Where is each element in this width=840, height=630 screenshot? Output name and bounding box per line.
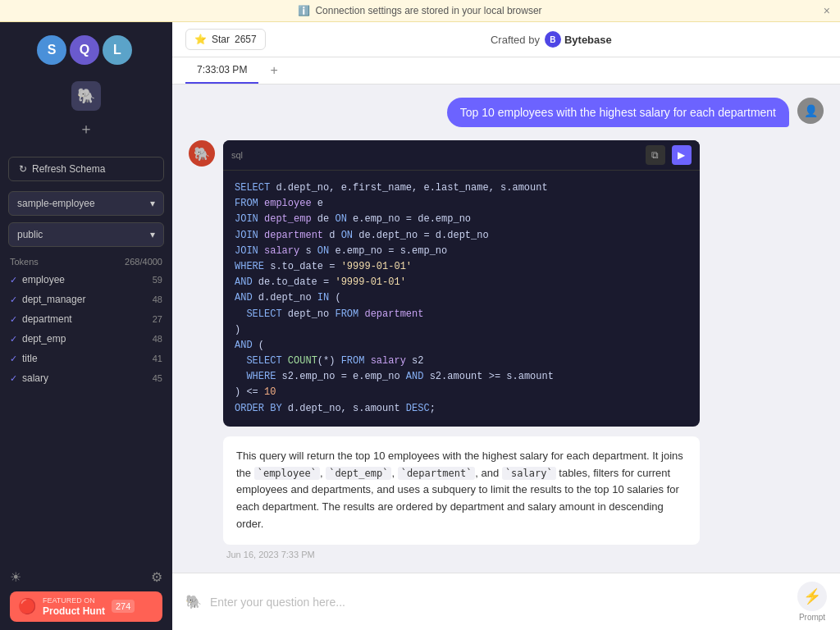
table-name: title [22,353,38,364]
sidebar-main: ↻ Refresh Schema sample-employee ▾ publi… [0,150,172,561]
prompt-icon: ⚡ [797,582,827,611]
product-hunt-featured-label: FEATURED ON [43,596,105,605]
product-hunt-name-label: Product Hunt [43,605,105,617]
run-sql-button[interactable]: ▶ [672,145,692,165]
table-name: dept_manager [22,294,85,305]
table-name: dept_emp [22,333,66,345]
tokens-row: Tokens 268/4000 [0,250,172,270]
prompt-label: Prompt [799,613,825,622]
table-count: 27 [153,314,162,324]
table-check-icon: ✓ [10,294,17,305]
schema-selector[interactable]: sample-employee ▾ [8,191,164,216]
ai-timestamp: Jun 16, 2023 7:33 PM [223,550,700,559]
public-selector-value: public [17,229,43,240]
table-item-left: ✓ title [10,353,38,364]
nav-add-icon[interactable]: ＋ [71,114,101,144]
database-input-icon: 🐘 [185,594,202,609]
sql-header-actions: ⧉ ▶ [646,145,692,165]
schema-selector-value: sample-employee [17,198,95,209]
bytebase-logo: B Bytebase [545,31,612,48]
prompt-button[interactable]: ⚡ Prompt [797,582,827,622]
table-count: 48 [153,334,162,344]
table-check-icon: ✓ [10,373,17,384]
sql-label: sql [231,150,243,160]
ai-content: sql ⧉ ▶ SELECT d.dept_no, e.first_name, … [223,140,700,559]
star-icon: ⭐ [194,34,207,45]
sql-code-block: SELECT d.dept_no, e.first_name, e.last_n… [223,171,700,427]
table-name: employee [22,274,65,285]
product-hunt-text: FEATURED ON Product Hunt [43,596,105,617]
ai-response: 🐘 sql ⧉ ▶ SELECT d.dept_no, e.first_name… [189,140,824,559]
logo-icon-3: L [103,35,132,65]
ai-avatar: 🐘 [189,140,215,167]
table-check-icon: ✓ [10,334,17,345]
refresh-icon: ↻ [19,163,27,175]
table-item[interactable]: ✓ salary 45 [0,368,172,388]
table-check-icon: ✓ [10,314,17,325]
tab-bar: 7:33:03 PM + [172,57,840,84]
banner-message: Connection settings are stored in your l… [315,5,541,16]
product-hunt-logo-icon: 🔴 [18,597,36,615]
sidebar-icon-row: ☀ ⚙ [10,569,162,585]
user-bubble: Top 10 employees with the highest salary… [447,98,789,127]
tab-label: 7:33:03 PM [197,64,247,75]
crafted-by-text: Crafted by [491,34,540,46]
main-header: ⭐ Star 2657 Crafted by B Bytebase [172,22,840,57]
input-area: 🐘 ⚡ Prompt [172,573,840,630]
table-count: 48 [153,294,162,304]
chat-input[interactable] [210,596,789,609]
table-check-icon: ✓ [10,354,17,364]
chat-area: Top 10 employees with the highest salary… [172,84,840,573]
sql-block: sql ⧉ ▶ SELECT d.dept_no, e.first_name, … [223,140,700,427]
sidebar-bottom: ☀ ⚙ 🔴 FEATURED ON Product Hunt 274 [0,561,172,630]
tokens-label: Tokens [10,257,39,267]
sql-block-header: sql ⧉ ▶ [223,140,700,171]
bytebase-name: Bytebase [564,34,612,46]
table-item-left: ✓ dept_manager [10,294,85,305]
copy-sql-button[interactable]: ⧉ [646,145,665,165]
table-item[interactable]: ✓ dept_emp 48 [0,329,172,349]
sidebar-nav-icons: 🐘 ＋ [0,75,172,150]
nav-db-icon[interactable]: 🐘 [71,81,101,111]
ai-description-text: This query will return the top 10 employ… [236,450,683,530]
connection-banner: ℹ️ Connection settings are stored in you… [0,0,840,22]
star-button[interactable]: ⭐ Star 2657 [185,29,266,50]
table-name: salary [22,372,48,384]
table-item-left: ✓ employee [10,274,65,285]
table-item[interactable]: ✓ department 27 [0,309,172,329]
public-selector[interactable]: public ▾ [8,222,164,247]
close-banner-button[interactable]: × [824,4,830,17]
table-item-left: ✓ dept_emp [10,333,66,345]
user-message-text: Top 10 employees with the highest salary… [460,106,776,119]
table-item[interactable]: ✓ employee 59 [0,270,172,290]
table-count: 59 [153,275,162,285]
tokens-value: 268/4000 [125,257,162,267]
table-list: ✓ employee 59 ✓ dept_manager 48 ✓ depart… [0,270,172,555]
info-icon: ℹ️ [298,5,310,16]
sun-icon[interactable]: ☀ [10,569,21,585]
ai-avatar-icon: 🐘 [194,146,210,162]
star-label: Star [212,34,230,45]
product-hunt-badge[interactable]: 🔴 FEATURED ON Product Hunt 274 [10,591,162,622]
user-avatar: 👤 [797,98,824,124]
refresh-schema-button[interactable]: ↻ Refresh Schema [8,157,164,181]
table-name: department [22,313,72,325]
table-check-icon: ✓ [10,275,17,285]
logo-icon-2: Q [70,35,99,65]
table-item-left: ✓ department [10,313,72,325]
user-message: Top 10 employees with the highest salary… [189,98,824,127]
star-count: 2657 [235,34,257,45]
add-tab-button[interactable]: + [262,58,285,83]
bytebase-credit: Crafted by B Bytebase [276,31,827,48]
refresh-schema-label: Refresh Schema [32,163,105,175]
settings-icon[interactable]: ⚙ [151,569,162,585]
table-count: 45 [153,373,162,383]
tab-timestamp[interactable]: 7:33:03 PM [185,57,258,84]
table-item[interactable]: ✓ dept_manager 48 [0,290,172,309]
table-item-left: ✓ salary [10,372,48,384]
main-content: ⭐ Star 2657 Crafted by B Bytebase 7:33:0… [172,22,840,630]
user-avatar-icon: 👤 [804,104,818,117]
product-hunt-count: 274 [112,600,135,613]
chevron-down-icon: ▾ [150,198,155,209]
table-item[interactable]: ✓ title 41 [0,349,172,368]
